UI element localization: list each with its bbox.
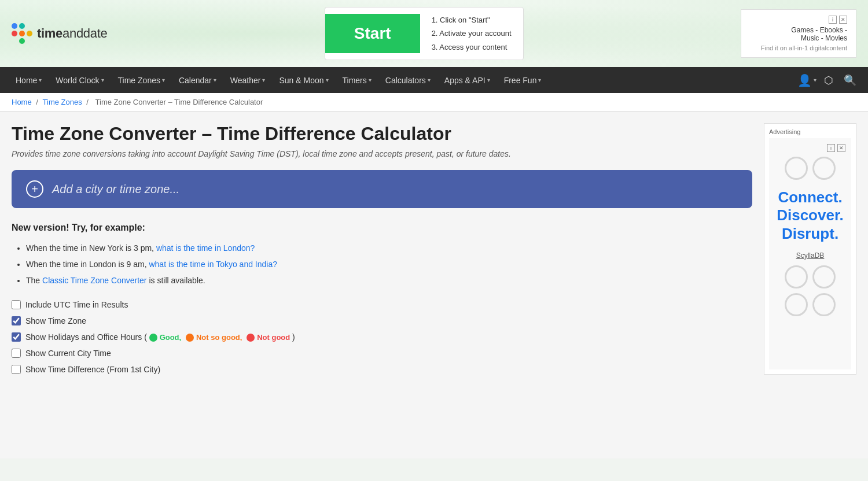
diff-label: Show Time Difference (From 1st City)	[25, 365, 160, 374]
nav-item-sunmoon: Sun & Moon ▾	[272, 67, 335, 93]
search-button[interactable]: 🔍	[841, 71, 859, 90]
ad-info-icon[interactable]: i	[829, 16, 837, 24]
ad-step-1: 1. Click on "Start"	[432, 13, 512, 27]
nav-item-calendar: Calendar ▾	[172, 67, 223, 93]
breadcrumb-timezones-link[interactable]: Time Zones	[43, 98, 82, 106]
timezone-label: Show Time Zone	[25, 316, 86, 325]
timers-chevron-icon: ▾	[369, 77, 372, 83]
main-navbar: Home ▾ World Clock ▾ Time Zones ▾ Calend…	[0, 67, 868, 93]
nav-label-calendar: Calendar	[179, 76, 212, 85]
search-plus-icon: +	[26, 180, 43, 198]
logo-dot-4	[19, 31, 25, 36]
city-search-bar[interactable]: + Add a city or time zone...	[12, 170, 752, 208]
timezone-checkbox[interactable]	[12, 316, 21, 325]
nav-link-calculators[interactable]: Calculators ▾	[378, 67, 437, 93]
nav-label-sunmoon: Sun & Moon	[279, 76, 323, 85]
nav-label-weather: Weather	[230, 76, 261, 85]
ad-start-button[interactable]: Start	[325, 14, 420, 53]
option-current-row[interactable]: Show Current City Time	[12, 349, 752, 358]
ad-decorative-icon-2	[812, 157, 836, 180]
sunmoon-chevron-icon: ▾	[326, 77, 329, 83]
sidebar-ad-close-icon[interactable]: ✕	[837, 144, 845, 152]
nav-label-timezones: Time Zones	[118, 76, 160, 85]
content-main: Time Zone Converter – Time Difference Ca…	[12, 123, 752, 375]
nav-label-freefun: Free Fun	[504, 76, 537, 85]
options-section: Include UTC Time in Results Show Time Zo…	[12, 300, 752, 374]
nav-link-worldclock[interactable]: World Clock ▾	[49, 67, 111, 93]
share-button[interactable]: ⬡	[821, 71, 836, 90]
ad-step-2: 2. Activate your account	[432, 27, 512, 40]
nav-item-timers: Timers ▾	[336, 67, 378, 93]
diff-checkbox[interactable]	[12, 365, 21, 374]
ad-close-icon[interactable]: ✕	[839, 16, 847, 24]
examples-list: When the time in New York is 3 pm, what …	[12, 240, 752, 288]
sidebar-ad-info-icon[interactable]: i	[827, 144, 835, 152]
example3-prefix: The	[26, 276, 40, 285]
ad-right-controls: i ✕	[750, 16, 847, 24]
nav-link-weather[interactable]: Weather ▾	[223, 67, 273, 93]
option-diff-row[interactable]: Show Time Difference (From 1st City)	[12, 365, 752, 374]
good-label: Good,	[160, 333, 182, 342]
utc-checkbox[interactable]	[12, 300, 21, 309]
nav-link-calendar[interactable]: Calendar ▾	[172, 67, 223, 93]
timezones-chevron-icon: ▾	[162, 77, 165, 83]
logo-dot-6	[19, 38, 25, 44]
nav-label-home: Home	[16, 76, 37, 85]
logo-dot-5	[27, 31, 32, 36]
sidebar-ad-header: Advertising	[769, 128, 851, 135]
utc-label: Include UTC Time in Results	[25, 300, 128, 309]
ad-steps: 1. Click on "Start" 2. Activate your acc…	[420, 8, 523, 60]
worldclock-chevron-icon: ▾	[101, 77, 104, 83]
notgood-label: Not so good,	[196, 333, 242, 342]
ad-right-line1: Games - Ebooks -	[750, 26, 847, 34]
logo-dot-empty2	[12, 38, 17, 44]
ad-label: Advertising	[769, 128, 800, 135]
content-layout: Time Zone Converter – Time Difference Ca…	[12, 123, 856, 375]
nav-link-timers[interactable]: Timers ▾	[336, 67, 378, 93]
nav-label-worldclock: World Clock	[56, 76, 99, 85]
option-timezone-row[interactable]: Show Time Zone	[12, 316, 752, 325]
holidays-checkbox[interactable]	[12, 332, 21, 342]
option-utc-row[interactable]: Include UTC Time in Results	[12, 300, 752, 309]
nav-link-freefun[interactable]: Free Fun ▾	[497, 67, 549, 93]
example2-link[interactable]: what is the time in Tokyo and India?	[149, 260, 277, 269]
ad-right-line3: Find it on all-in-1 digitalcontent	[750, 45, 847, 51]
page-subtitle: Provides time zone conversions taking in…	[12, 149, 752, 158]
nav-label-appsapi: Apps & API	[444, 76, 486, 85]
site-logo-text[interactable]: timetimeanddateanddate	[37, 26, 107, 41]
logo-bold-part: time	[37, 26, 62, 40]
appsapi-chevron-icon: ▾	[487, 77, 490, 83]
nav-item-weather: Weather ▾	[223, 67, 273, 93]
ad-icon-row-3	[785, 293, 836, 316]
nav-link-sunmoon[interactable]: Sun & Moon ▾	[272, 67, 335, 93]
nav-right-icons: 👤 ▾ ⬡ 🔍	[797, 71, 859, 90]
nav-item-calculators: Calculators ▾	[378, 67, 437, 93]
account-icon: 👤	[797, 73, 812, 87]
ad-step-3: 3. Access your content	[432, 40, 512, 54]
example3-link[interactable]: Classic Time Zone Converter	[42, 276, 147, 285]
top-banner: timetimeanddateanddate Start 1. Click on…	[0, 0, 868, 67]
nav-link-home[interactable]: Home ▾	[9, 67, 49, 93]
search-placeholder-text: Add a city or time zone...	[52, 183, 179, 196]
nav-label-timers: Timers	[343, 76, 367, 85]
notgood-indicator-dot	[186, 334, 194, 342]
breadcrumb-home-link[interactable]: Home	[12, 98, 32, 106]
breadcrumb-current: Time Zone Converter – Time Difference Ca…	[95, 98, 263, 106]
bad-indicator-dot	[247, 334, 255, 342]
nav-link-appsapi[interactable]: Apps & API ▾	[437, 67, 497, 93]
example1-link[interactable]: what is the time in London?	[156, 243, 255, 253]
ad-icon-group-bottom	[785, 265, 836, 316]
sidebar-ad-logo[interactable]: ScyllaDB	[796, 251, 825, 260]
ad-icon-row-1	[785, 157, 836, 180]
breadcrumb-sep1: /	[36, 98, 40, 106]
current-checkbox[interactable]	[12, 349, 21, 358]
ad-icon-row-2	[785, 265, 836, 288]
example3-suffix: is still available.	[149, 276, 205, 285]
ad-center-banner: Start 1. Click on "Start" 2. Activate yo…	[325, 7, 524, 60]
nav-link-timezones[interactable]: Time Zones ▾	[111, 67, 172, 93]
logo-dot-empty3	[27, 38, 32, 44]
home-chevron-icon: ▾	[39, 77, 42, 83]
example1-prefix: When the time in New York is 3 pm,	[26, 243, 154, 253]
user-account-button[interactable]: 👤 ▾	[797, 73, 816, 87]
holidays-label: Show Holidays and Office Hours ( Good, N…	[25, 332, 295, 342]
